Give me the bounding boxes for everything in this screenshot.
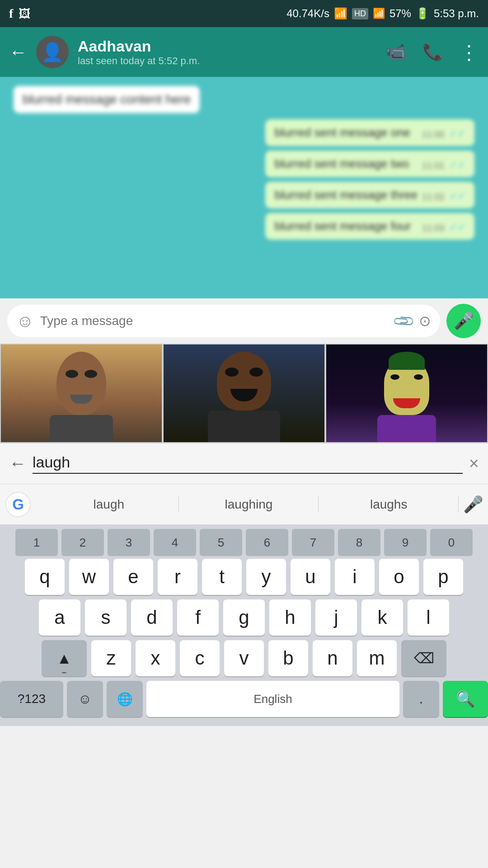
key-1[interactable]: 1 [15, 529, 58, 556]
gif-search-bar: ← laugh × [0, 443, 488, 484]
camera-button[interactable]: ⊙ [419, 312, 431, 330]
suggestions-row: G laugh laughing laughs 🎤 [0, 484, 488, 524]
key-j[interactable]: j [315, 599, 357, 636]
contact-name: Aadhavan [78, 38, 377, 55]
number-row: 1 2 3 4 5 6 7 8 9 0 [0, 529, 488, 556]
received-message: blurred message content here [14, 86, 200, 113]
chat-area: blurred message content here blurred sen… [0, 77, 488, 298]
key-z[interactable]: z [91, 640, 131, 676]
key-d[interactable]: d [131, 599, 173, 636]
suggestion-laughing[interactable]: laughing [179, 493, 319, 516]
key-8[interactable]: 8 [338, 529, 380, 556]
key-6[interactable]: 6 [246, 529, 288, 556]
keyboard-bottom-row: ?123 ☺ 🌐 English . 🔍 [0, 681, 488, 717]
key-s[interactable]: s [85, 599, 127, 636]
key-u[interactable]: u [291, 559, 330, 595]
avatar-icon: 👤 [41, 42, 64, 63]
battery-indicator: 57% [389, 7, 411, 20]
period-key[interactable]: . [403, 681, 439, 717]
input-bar: ☺ 📎 ⊙ 🎤 [0, 298, 488, 344]
key-v[interactable]: v [224, 640, 264, 676]
numbers-key[interactable]: ?123 [0, 681, 63, 717]
key-f[interactable]: f [177, 599, 219, 636]
mic-icon: 🎤 [454, 311, 474, 330]
clock: 5:53 p.m. [434, 7, 479, 20]
key-k[interactable]: k [361, 599, 403, 636]
back-button[interactable]: ← [9, 42, 27, 62]
sent-message-3: blurred sent message three 11:02 ✓✓ [265, 182, 474, 208]
key-a[interactable]: a [39, 599, 80, 636]
contact-info[interactable]: Aadhavan last seen today at 5:52 p.m. [78, 38, 377, 67]
key-4[interactable]: 4 [154, 529, 196, 556]
toolbar-actions: 📹 📞 ⋮ [386, 41, 479, 64]
suggestion-laughs[interactable]: laughs [319, 493, 459, 516]
gif-back-button[interactable]: ← [9, 454, 26, 473]
gif-results [0, 344, 488, 443]
key-t[interactable]: t [202, 559, 242, 595]
signal-4g-icon: 📶 [373, 8, 385, 19]
gif-close-button[interactable]: × [469, 454, 479, 473]
search-key[interactable]: 🔍 [443, 681, 488, 717]
attach-button[interactable]: 📎 [391, 308, 416, 333]
keyboard-row-3: ▲ _ z x c v b n m ⌫ [0, 640, 488, 676]
hd-badge: HD [352, 8, 368, 19]
gif-result-1[interactable] [0, 344, 163, 443]
delete-key[interactable]: ⌫ [401, 640, 446, 676]
voice-call-button[interactable]: 📞 [422, 42, 443, 61]
key-p[interactable]: p [423, 559, 463, 595]
sent-message-1: blurred sent message one 11:00 ✓✓ [265, 119, 474, 146]
chat-toolbar: ← 👤 Aadhavan last seen today at 5:52 p.m… [0, 27, 488, 77]
key-7[interactable]: 7 [292, 529, 334, 556]
key-o[interactable]: o [379, 559, 419, 595]
emoji-button[interactable]: ☺ [16, 311, 34, 331]
key-m[interactable]: m [357, 640, 397, 676]
message-input-wrapper: ☺ 📎 ⊙ [7, 305, 440, 337]
keyboard-row-1: q w e r t y u i o p [0, 559, 488, 595]
key-9[interactable]: 9 [384, 529, 427, 556]
google-logo: G [5, 491, 32, 518]
status-bar-left: f 🖼 [9, 6, 30, 21]
gif-result-2[interactable] [163, 344, 325, 443]
key-h[interactable]: h [269, 599, 311, 636]
gif-search-query[interactable]: laugh [33, 453, 463, 474]
key-x[interactable]: x [136, 640, 175, 676]
key-3[interactable]: 3 [108, 529, 150, 556]
keyboard: 1 2 3 4 5 6 7 8 9 0 q w e r t y u i o p … [0, 524, 488, 726]
key-g[interactable]: g [223, 599, 265, 636]
sent-messages-group: blurred sent message one 11:00 ✓✓ blurre… [265, 119, 474, 240]
key-l[interactable]: l [408, 599, 449, 636]
key-2[interactable]: 2 [61, 529, 104, 556]
key-5[interactable]: 5 [200, 529, 242, 556]
key-0[interactable]: 0 [430, 529, 473, 556]
more-options-button[interactable]: ⋮ [459, 41, 479, 64]
key-b[interactable]: b [268, 640, 308, 676]
message-input[interactable] [40, 314, 388, 328]
gif-result-3[interactable] [325, 344, 488, 443]
globe-key[interactable]: 🌐 [107, 681, 143, 717]
keyboard-row-2: a s d f g h j k l [0, 599, 488, 636]
key-r[interactable]: r [158, 559, 197, 595]
space-key[interactable]: English [146, 681, 399, 717]
key-e[interactable]: e [113, 559, 153, 595]
key-i[interactable]: i [335, 559, 375, 595]
status-bar-right: 40.74K/s 📶 HD 📶 57% 🔋 5:53 p.m. [286, 7, 479, 20]
video-call-button[interactable]: 📹 [386, 42, 406, 61]
key-q[interactable]: q [25, 559, 65, 595]
battery-icon: 🔋 [416, 7, 429, 20]
gallery-icon: 🖼 [19, 7, 30, 21]
key-w[interactable]: w [69, 559, 109, 595]
contact-avatar[interactable]: 👤 [36, 36, 69, 68]
key-c[interactable]: c [180, 640, 220, 676]
sent-message-2: blurred sent message two 11:01 ✓✓ [265, 151, 474, 177]
speed-indicator: 40.74K/s [286, 7, 329, 20]
key-n[interactable]: n [313, 640, 352, 676]
sent-message-4: blurred sent message four 11:03 ✓✓ [265, 213, 474, 240]
shift-key[interactable]: ▲ _ [42, 640, 87, 676]
voice-search-button[interactable]: 🎤 [463, 495, 483, 514]
suggestion-laugh[interactable]: laugh [39, 493, 179, 516]
emoji-keyboard-key[interactable]: ☺ [67, 681, 103, 717]
signal-icon: 📶 [334, 7, 347, 20]
key-y[interactable]: y [246, 559, 286, 595]
facebook-icon: f [9, 6, 13, 21]
mic-button[interactable]: 🎤 [446, 304, 481, 338]
